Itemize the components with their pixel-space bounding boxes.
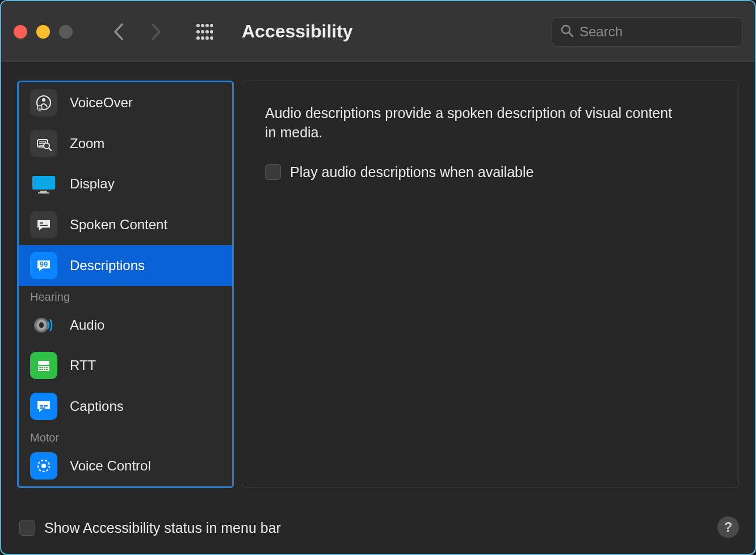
zoom-icon — [30, 130, 57, 157]
sidebar-item-audio[interactable]: Audio — [19, 305, 232, 346]
spoken-content-icon — [30, 211, 57, 238]
minimize-window-button[interactable] — [36, 25, 50, 39]
window-controls — [14, 25, 73, 39]
description-text: Audio descriptions provide a spoken desc… — [265, 104, 674, 142]
captions-icon — [30, 393, 57, 420]
svg-rect-24 — [32, 176, 55, 190]
zoom-window-button[interactable] — [59, 25, 73, 39]
sidebar-item-label: VoiceOver — [70, 95, 133, 111]
play-audio-descriptions-checkbox[interactable] — [265, 164, 281, 180]
svg-point-9 — [201, 36, 204, 40]
svg-point-3 — [210, 24, 213, 27]
forward-button[interactable] — [149, 24, 163, 39]
search-input[interactable] — [579, 24, 749, 40]
sidebar-item-label: Display — [70, 176, 115, 192]
sidebar-item-display[interactable]: Display — [19, 163, 232, 204]
play-audio-descriptions-label: Play audio descriptions when available — [290, 164, 534, 180]
sidebar-item-voiceover[interactable]: 🔈 VoiceOver — [19, 82, 232, 123]
svg-point-0 — [196, 24, 200, 27]
sidebar-section-hearing: Hearing — [19, 286, 232, 305]
sidebar-item-label: Voice Control — [70, 458, 151, 474]
search-field[interactable] — [552, 17, 742, 47]
svg-rect-27 — [40, 222, 43, 224]
sidebar-section-motor: Motor — [19, 427, 232, 445]
svg-rect-33 — [38, 361, 49, 365]
descriptions-icon: 99 — [30, 252, 57, 279]
show-status-row[interactable]: Show Accessibility status in menu bar — [19, 520, 281, 536]
svg-point-8 — [196, 36, 200, 40]
window-title: Accessibility — [242, 21, 353, 42]
svg-rect-44 — [44, 405, 48, 407]
svg-point-47 — [41, 464, 46, 468]
svg-rect-45 — [40, 407, 45, 409]
sidebar-item-spoken-content[interactable]: Spoken Content — [19, 204, 232, 245]
svg-rect-39 — [39, 369, 41, 370]
svg-point-32 — [39, 322, 44, 328]
svg-line-23 — [49, 148, 51, 150]
sidebar-item-label: Captions — [70, 398, 124, 414]
svg-rect-28 — [40, 225, 48, 226]
svg-point-2 — [205, 24, 209, 27]
sidebar-item-captions[interactable]: Captions — [19, 386, 232, 427]
play-audio-descriptions-row[interactable]: Play audio descriptions when available — [265, 164, 716, 180]
svg-rect-40 — [41, 369, 43, 370]
svg-point-15 — [42, 98, 45, 102]
svg-text:🔈: 🔈 — [38, 106, 43, 111]
footer: Show Accessibility status in menu bar ? — [1, 502, 755, 554]
sidebar-item-rtt[interactable]: RTT — [19, 346, 232, 386]
svg-point-1 — [201, 24, 204, 27]
svg-line-13 — [569, 32, 573, 36]
svg-point-10 — [205, 36, 209, 40]
svg-text:99: 99 — [40, 260, 48, 268]
svg-rect-37 — [44, 367, 45, 368]
svg-rect-43 — [40, 405, 43, 407]
search-icon — [560, 24, 574, 40]
help-button[interactable]: ? — [717, 516, 739, 538]
svg-rect-35 — [39, 367, 41, 368]
window-body: 🔈 VoiceOver Zoom Display — [1, 62, 755, 502]
display-icon — [30, 170, 57, 197]
svg-point-11 — [210, 36, 213, 40]
show-status-checkbox[interactable] — [19, 520, 35, 536]
sidebar-item-label: Zoom — [70, 136, 104, 152]
svg-rect-41 — [44, 369, 45, 370]
svg-rect-34 — [38, 366, 49, 371]
audio-icon — [30, 312, 57, 339]
svg-rect-26 — [38, 192, 49, 194]
sidebar-item-zoom[interactable]: Zoom — [19, 123, 232, 164]
sidebar-item-label: Spoken Content — [70, 217, 167, 233]
rtt-icon — [30, 352, 57, 379]
content-pane: Audio descriptions provide a spoken desc… — [242, 81, 739, 488]
sidebar-item-label: Audio — [70, 317, 104, 333]
titlebar: Accessibility — [1, 1, 755, 62]
show-all-button[interactable] — [194, 22, 215, 42]
svg-point-4 — [196, 30, 200, 33]
show-status-label: Show Accessibility status in menu bar — [44, 520, 281, 536]
svg-point-7 — [210, 30, 213, 33]
svg-point-5 — [201, 30, 204, 33]
voice-control-icon — [30, 452, 57, 480]
sidebar[interactable]: 🔈 VoiceOver Zoom Display — [17, 81, 234, 488]
close-window-button[interactable] — [14, 25, 27, 39]
nav-arrows — [111, 24, 163, 39]
preferences-window: Accessibility 🔈 VoiceOver Zoom — [0, 0, 756, 555]
back-button[interactable] — [111, 24, 126, 39]
svg-rect-36 — [41, 367, 43, 368]
svg-rect-25 — [40, 191, 47, 192]
sidebar-item-label: Descriptions — [70, 258, 145, 274]
voiceover-icon: 🔈 — [30, 89, 57, 116]
svg-rect-42 — [46, 369, 48, 370]
svg-rect-38 — [46, 367, 48, 368]
sidebar-item-label: RTT — [70, 358, 96, 373]
svg-point-6 — [205, 30, 209, 33]
sidebar-item-descriptions[interactable]: 99 Descriptions — [19, 245, 232, 286]
help-icon: ? — [724, 519, 733, 535]
sidebar-item-voice-control[interactable]: Voice Control — [19, 445, 232, 486]
